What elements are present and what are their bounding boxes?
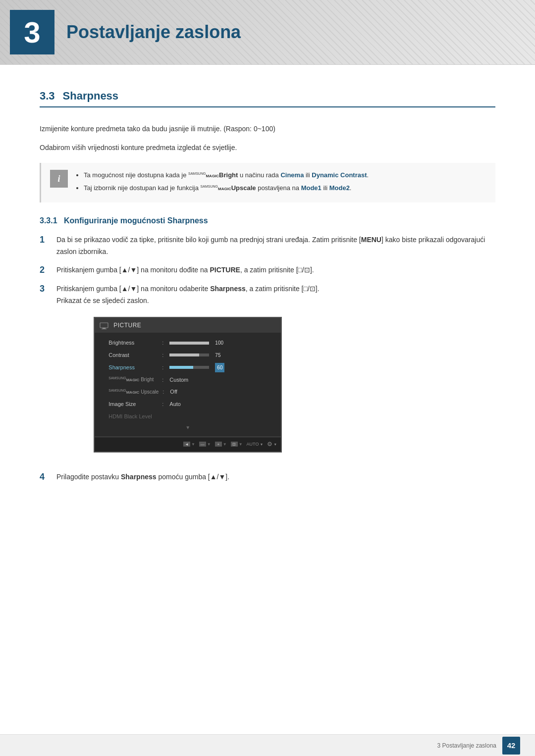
btn-enter: ⊡ ▼ [231,441,243,448]
footer-label: 3 Postavljanje zaslona [437,742,496,749]
sharpness-slider [169,366,209,369]
sharpness-label: Sharpness [108,363,158,372]
page-footer: 3 Postavljanje zaslona 42 [0,734,535,756]
monitor-menu-icon [100,322,110,329]
svg-rect-4 [102,329,107,329]
magic-bright-label: SAMSUNGMAGIC Bright [108,375,158,384]
brightness-value: 100 [215,339,223,347]
step-1: 1 Da bi se prikazao vodič za tipke, prit… [40,234,495,258]
btn-left: ◄ ▼ [183,441,195,448]
footer-page-number: 42 [502,737,520,755]
monitor-rows: Brightness : 100 Contrast : 75 [95,333,281,437]
image-size-label: Image Size [108,400,158,409]
step-3-text: Pritiskanjem gumba [▲/▼] na monitoru oda… [56,283,320,464]
subsection-title: Konfiguriranje mogućnosti Sharpness [64,216,208,225]
step-3: 3 Pritiskanjem gumba [▲/▼] na monitoru o… [40,283,495,464]
subsection-heading: 3.3.1 Konfiguriranje mogućnosti Sharpnes… [40,216,495,225]
note-icon: i [50,170,68,188]
note-list: Ta mogućnost nije dostupna kada je SAMSU… [76,170,369,196]
step-2-text: Pritiskanjem gumba [▲/▼] na monitoru dođ… [56,264,314,276]
page-header: 3 Postavljanje zaslona [0,0,535,65]
monitor-row-contrast: Contrast : 75 [95,349,281,361]
section-heading: 3.3 Sharpness [40,90,495,107]
note-item-2: Taj izbornik nije dostupan kad je funkci… [84,183,369,194]
monitor-container: PICTURE Brightness : 100 [56,317,320,453]
monitor-btn-bar: ◄ ▼ — ▼ + ▼ ⊡ [95,437,281,451]
sharpness-value: 60 [215,363,224,372]
magic-upscale-label: SAMSUNGMAGIC Upscale [108,388,159,396]
section-number: 3.3 [40,90,55,102]
scroll-indicator: ▼ [95,422,281,433]
hdmi-label: HDMI Black Level [108,412,158,421]
step-4: 4 Prilagodite postavku Sharpness pomoću … [40,471,495,483]
monitor-row-sharpness: Sharpness : 60 [95,361,281,374]
contrast-label: Contrast [108,351,158,360]
monitor-screen: PICTURE Brightness : 100 [94,317,282,453]
chapter-number: 3 [10,10,54,54]
btn-plus: + ▼ [215,441,227,448]
svg-rect-3 [103,328,106,329]
btn-auto: AUTO▼ [247,441,264,448]
step-1-text: Da bi se prikazao vodič za tipke, pritis… [56,234,495,258]
main-content: 3.3 Sharpness Izmijenite konture predmet… [0,65,535,529]
step-4-number: 4 [40,472,50,482]
step-2-number: 2 [40,265,50,275]
step-2: 2 Pritiskanjem gumba [▲/▼] na monitoru d… [40,264,495,276]
description-1: Izmijenite konture predmeta tako da budu… [40,123,495,135]
monitor-row-magic-upscale: SAMSUNGMAGIC Upscale : Off [95,386,281,398]
note-box: i Ta mogućnost nije dostupna kada je SAM… [40,163,495,202]
brightness-label: Brightness [108,338,158,348]
description-2: Odabirom viših vrijednosti konture predm… [40,142,495,154]
btn-minus: — ▼ [199,441,211,448]
step-1-number: 1 [40,235,50,245]
monitor-row-brightness: Brightness : 100 [95,337,281,349]
btn-settings: ⚙▼ [267,439,277,449]
brightness-slider [169,342,209,345]
monitor-title-bar: PICTURE [95,318,281,333]
magic-upscale-value: Off [170,387,177,397]
svg-rect-2 [100,323,108,328]
svg-text:i: i [57,174,60,184]
monitor-row-hdmi: HDMI Black Level [95,410,281,423]
contrast-value: 75 [215,351,220,359]
monitor-row-image-size: Image Size : Auto [95,398,281,410]
step-4-text: Prilagodite postavku Sharpness pomoću gu… [56,471,229,483]
note-item-1: Ta mogućnost nije dostupna kada je SAMSU… [84,170,369,181]
contrast-slider [169,353,209,356]
section-title: Sharpness [63,90,119,102]
page-header-title: Postavljanje zaslona [66,22,241,43]
subsection-number: 3.3.1 [40,216,57,225]
monitor-row-magic-bright: SAMSUNGMAGIC Bright : Custom [95,374,281,386]
step-3-number: 3 [40,284,50,294]
magic-bright-value: Custom [169,375,188,385]
steps-list: 1 Da bi se prikazao vodič za tipke, prit… [40,234,495,483]
image-size-value: Auto [169,400,181,409]
